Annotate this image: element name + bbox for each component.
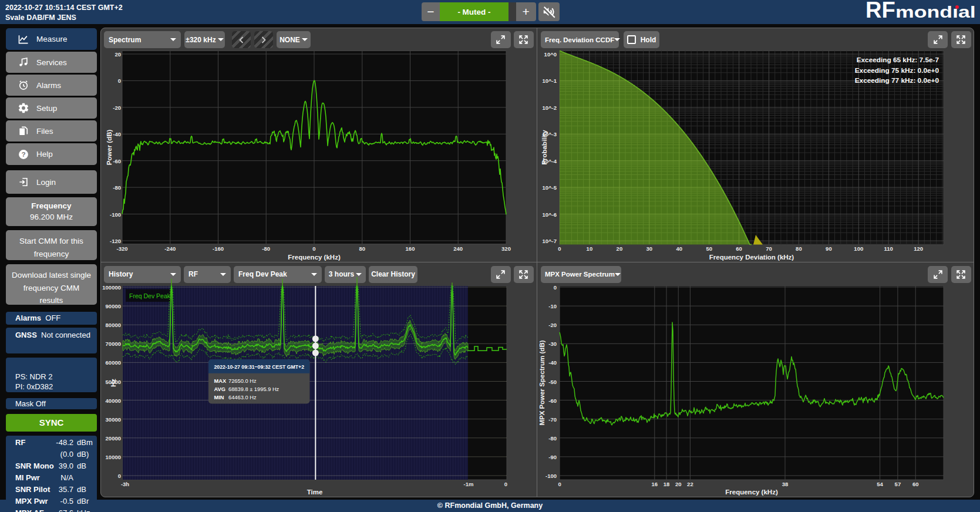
svg-text:Power (dB): Power (dB): [106, 129, 113, 165]
svg-text:70000: 70000: [106, 341, 121, 347]
svg-text:80: 80: [796, 245, 802, 252]
svg-text:-30: -30: [548, 341, 557, 347]
svg-text:-3h: -3h: [121, 481, 129, 487]
svg-text:100000: 100000: [102, 284, 121, 291]
svg-text:10: 10: [587, 245, 593, 252]
svg-text:70: 70: [766, 245, 772, 252]
svg-text:-90: -90: [548, 454, 557, 460]
svg-text:72650.0 Hz: 72650.0 Hz: [228, 378, 257, 384]
svg-text:100: 100: [854, 245, 863, 252]
svg-text:38: 38: [782, 481, 789, 487]
svg-text:0: 0: [312, 245, 315, 252]
svg-text:60: 60: [912, 481, 919, 487]
svg-text:0: 0: [118, 78, 121, 84]
svg-text:-1m: -1m: [464, 481, 474, 487]
svg-text:-80: -80: [113, 184, 121, 191]
svg-text:54: 54: [877, 481, 883, 487]
svg-text:-20: -20: [548, 322, 557, 328]
svg-text:2022-10-27 09:31−09:32 CEST GM: 2022-10-27 09:31−09:32 CEST GMT+2: [214, 363, 305, 370]
svg-text:68839.8 ± 1995.9 Hz: 68839.8 ± 1995.9 Hz: [228, 386, 279, 392]
svg-text:18: 18: [664, 481, 670, 487]
svg-text:110: 110: [884, 245, 893, 252]
svg-text:-320: -320: [116, 245, 127, 252]
svg-text:-80: -80: [262, 245, 270, 252]
svg-text:-50: -50: [548, 379, 557, 385]
svg-text:Probability: Probability: [541, 130, 548, 165]
svg-text:0: 0: [558, 245, 561, 252]
svg-text:-40: -40: [548, 359, 557, 366]
svg-text:-100: -100: [545, 473, 557, 479]
svg-text:80000: 80000: [106, 322, 121, 328]
svg-text:0: 0: [554, 284, 557, 291]
svg-text:22: 22: [687, 481, 693, 487]
svg-text:Exceeding 65 kHz: 7.5e-7: Exceeding 65 kHz: 7.5e-7: [857, 56, 939, 64]
svg-text:10^-5: 10^-5: [542, 184, 557, 191]
svg-text:Frequency Deviation (kHz): Frequency Deviation (kHz): [709, 254, 794, 261]
svg-text:60000: 60000: [106, 359, 121, 366]
svg-text:Frequency (kHz): Frequency (kHz): [288, 254, 341, 261]
svg-text:-240: -240: [164, 245, 176, 252]
svg-text:-40: -40: [113, 131, 121, 137]
svg-text:16: 16: [652, 481, 658, 487]
svg-text:40: 40: [676, 245, 682, 252]
svg-text:10^-1: 10^-1: [542, 78, 557, 84]
svg-text:40000: 40000: [106, 398, 121, 404]
svg-text:30: 30: [646, 245, 653, 252]
svg-text:-80: -80: [548, 435, 557, 442]
svg-text:Hz: Hz: [110, 379, 117, 387]
svg-text:80: 80: [359, 245, 366, 252]
svg-text:10^-2: 10^-2: [542, 105, 557, 111]
svg-text:0: 0: [504, 481, 507, 487]
svg-text:120: 120: [914, 245, 923, 252]
svg-text:90: 90: [826, 245, 832, 252]
svg-text:64463.0 Hz: 64463.0 Hz: [228, 395, 257, 400]
svg-text:90000: 90000: [106, 303, 121, 309]
svg-text:60: 60: [736, 245, 742, 252]
svg-text:30000: 30000: [106, 416, 121, 423]
svg-text:-70: -70: [548, 416, 557, 423]
svg-text:AVG: AVG: [214, 386, 225, 392]
svg-text:160: 160: [406, 245, 415, 252]
svg-text:Freq Dev Peak: Freq Dev Peak: [129, 292, 171, 299]
svg-text:-20: -20: [113, 105, 121, 111]
svg-text:-120: -120: [110, 238, 121, 244]
svg-text:10^-6: 10^-6: [542, 211, 557, 218]
svg-text:20000: 20000: [106, 435, 121, 442]
svg-text:-160: -160: [213, 245, 224, 252]
svg-text:-10: -10: [548, 303, 557, 309]
svg-text:57: 57: [895, 481, 901, 487]
svg-text:Exceeding 77 kHz: 0.0e+0: Exceeding 77 kHz: 0.0e+0: [855, 76, 939, 85]
svg-text:Exceeding 75 kHz: 0.0e+0: Exceeding 75 kHz: 0.0e+0: [855, 66, 939, 75]
svg-text:20: 20: [114, 51, 121, 58]
svg-text:Time: Time: [307, 489, 323, 496]
svg-text:0: 0: [558, 481, 561, 487]
svg-text:20: 20: [675, 481, 682, 487]
svg-text:-100: -100: [110, 211, 121, 218]
svg-text:MIN: MIN: [214, 395, 224, 400]
svg-text:10^-7: 10^-7: [542, 238, 557, 244]
svg-text:0: 0: [118, 473, 121, 479]
svg-text:-60: -60: [113, 158, 121, 164]
svg-text:Frequency (kHz): Frequency (kHz): [725, 489, 778, 496]
svg-text:240: 240: [453, 245, 463, 252]
svg-text:50: 50: [706, 245, 712, 252]
svg-text:MPX Power Spectrum (dB): MPX Power Spectrum (dB): [538, 340, 545, 425]
svg-text:10000: 10000: [106, 454, 121, 460]
svg-text:320: 320: [501, 245, 511, 252]
svg-text:10^0: 10^0: [544, 51, 557, 58]
svg-text:MAX: MAX: [214, 378, 227, 384]
svg-text:-60: -60: [548, 398, 557, 404]
svg-text:20: 20: [617, 245, 623, 252]
